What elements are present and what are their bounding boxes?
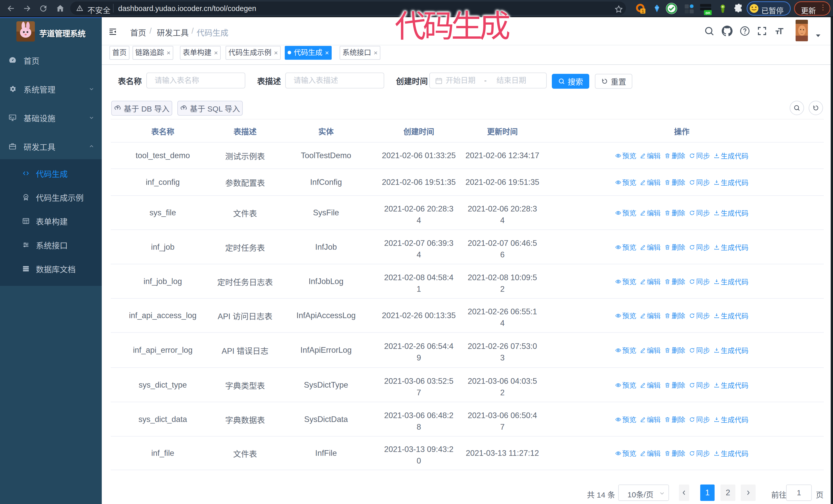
svg-text:on: on <box>705 10 710 15</box>
svg-text:1: 1 <box>642 9 644 14</box>
